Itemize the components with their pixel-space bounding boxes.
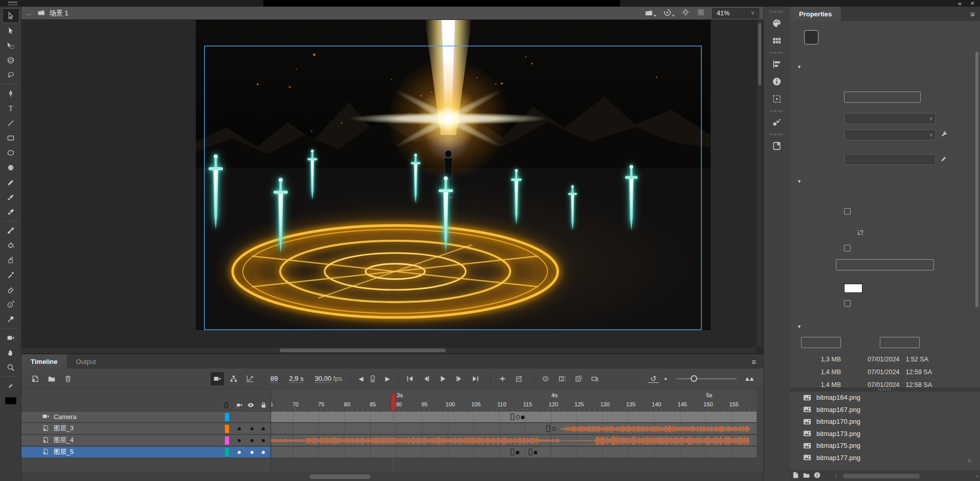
script-settings-button[interactable]	[940, 130, 948, 140]
section-publish[interactable]: ▼	[790, 62, 980, 72]
layer-row[interactable]: 图层_3	[21, 423, 270, 434]
clapper-menu-button[interactable]: ▾	[645, 8, 656, 18]
log-button[interactable]	[801, 337, 841, 348]
loop-button[interactable]	[512, 372, 526, 385]
3d-rotation-tool[interactable]	[2, 53, 19, 67]
layer-track[interactable]	[271, 435, 757, 446]
tab-timeline[interactable]: Timeline	[21, 354, 67, 369]
onion-outlines-button[interactable]	[556, 372, 569, 385]
stage-hscrollbar-thumb[interactable]	[280, 349, 446, 352]
rotation-center-button[interactable]: ▾	[663, 8, 674, 18]
dock-panel-brush-library[interactable]	[768, 114, 786, 130]
dock-panel-transform[interactable]	[768, 90, 786, 107]
scale-frame-spans-checkbox[interactable]	[844, 208, 851, 215]
oval-tool[interactable]	[2, 145, 19, 160]
dock-grip[interactable]	[770, 110, 784, 112]
go-last-button[interactable]	[469, 372, 482, 385]
dock-panel-library[interactable]	[768, 138, 786, 154]
lock-column-header[interactable]	[260, 401, 267, 410]
new-folder-button[interactable]	[45, 372, 58, 385]
stroke-color-button[interactable]	[2, 378, 19, 393]
panel-menu-icon[interactable]: ≡	[970, 7, 975, 21]
camera-tool[interactable]	[2, 330, 19, 345]
publish-settings-button[interactable]	[844, 91, 921, 103]
dock-grip[interactable]	[770, 11, 784, 13]
library-item[interactable]: bitmap170.png	[790, 416, 980, 428]
library-scroll-down-icon[interactable]: ˅	[968, 458, 971, 464]
window-close-icon[interactable]: ✕	[970, 0, 974, 7]
timeline-hscrollbar[interactable]	[21, 472, 763, 481]
layer-toggle-dot[interactable]	[262, 451, 265, 454]
next-frame-icon[interactable]: ▶	[382, 376, 393, 382]
app-menu-icon[interactable]	[8, 2, 17, 5]
go-first-button[interactable]	[403, 372, 417, 385]
modify-markers-button[interactable]	[588, 372, 602, 385]
timeline-zoom-slider[interactable]	[676, 378, 737, 379]
zoom-tool[interactable]	[2, 360, 19, 375]
timeline-zoom-knob[interactable]	[691, 375, 697, 382]
script-dropdown[interactable]: ˅	[844, 129, 936, 141]
layer-name[interactable]: 图层_3	[54, 424, 74, 433]
link-dimensions-button[interactable]	[856, 228, 864, 238]
library-item[interactable]: bitmap164.png	[790, 392, 980, 404]
keyframe-span-end[interactable]	[511, 414, 514, 420]
clip-content-button[interactable]	[697, 8, 705, 18]
rectangle-tool[interactable]	[2, 130, 19, 145]
stage-vscrollbar[interactable]	[757, 20, 762, 347]
section-swf-history[interactable]: ▼	[790, 322, 980, 332]
outline-color-column-header[interactable]	[222, 401, 230, 410]
line-tool[interactable]	[2, 116, 19, 130]
step-back-button[interactable]	[420, 372, 433, 385]
layer-track[interactable]	[271, 447, 757, 458]
layer-toggle-dot[interactable]	[238, 439, 241, 442]
keyframe[interactable]	[516, 451, 519, 454]
visibility-column-header[interactable]	[247, 401, 255, 410]
new-symbol-button[interactable]	[792, 471, 800, 480]
bone-tool[interactable]	[2, 223, 19, 238]
layer-toggle-dot[interactable]	[238, 427, 241, 430]
paint-bucket-tool[interactable]	[2, 238, 19, 253]
stage-vscrollbar-thumb[interactable]	[758, 23, 761, 85]
chevron-down-icon[interactable]: ˅	[746, 8, 759, 18]
eraser-tool[interactable]	[2, 282, 19, 297]
back-icon[interactable]: ←	[26, 9, 33, 17]
timeline-ruler[interactable]: 6570758085909510010511011512012513013514…	[271, 389, 757, 411]
layer-name[interactable]: Camera	[54, 414, 76, 421]
timeline-zoom-out-icon[interactable]: ▲	[659, 376, 672, 381]
advanced-settings-button[interactable]	[836, 259, 934, 270]
panel-splitter[interactable]	[790, 387, 980, 392]
pencil-tool[interactable]	[2, 175, 19, 190]
section-properties[interactable]: ▼	[790, 176, 980, 187]
layer-color-swatch[interactable]	[225, 425, 229, 433]
onion-skin-button[interactable]	[539, 372, 553, 385]
stage-pasteboard[interactable]	[21, 20, 763, 354]
dock-panel-info[interactable]	[768, 73, 786, 89]
layer-track[interactable]	[271, 411, 757, 423]
library-hscrollbar-thumb[interactable]	[843, 474, 920, 478]
keyframe-span-end[interactable]	[511, 449, 514, 455]
parent-view-button[interactable]	[227, 372, 240, 385]
scale-content-checkbox[interactable]	[844, 245, 851, 251]
library-item[interactable]: bitmap177.png	[790, 452, 980, 464]
text-tool[interactable]: T	[2, 101, 19, 116]
center-stage-button[interactable]	[681, 8, 690, 18]
pen-tool[interactable]	[2, 86, 19, 101]
layer-name[interactable]: 图层_4	[54, 436, 74, 445]
delete-item-button[interactable]	[824, 471, 832, 480]
library-scroll-left-icon[interactable]: ‹	[835, 473, 837, 479]
selection-tool[interactable]	[2, 8, 19, 23]
current-frame-button[interactable]	[366, 372, 379, 385]
new-folder-button[interactable]	[803, 471, 810, 480]
layer-name[interactable]: 图层_5	[54, 448, 74, 456]
paint-brush-tool[interactable]	[2, 190, 19, 204]
stage-canvas[interactable]	[196, 20, 711, 330]
free-transform-tool[interactable]	[2, 38, 19, 53]
current-frame-value[interactable]: 89	[270, 375, 278, 383]
layer-toggle-dot[interactable]	[262, 439, 265, 442]
layer-toggle-dot[interactable]	[250, 439, 254, 442]
new-layer-button[interactable]	[29, 372, 42, 385]
asset-warp-tool[interactable]	[2, 297, 19, 312]
properties-scrollbar-thumb[interactable]	[975, 52, 978, 307]
zoom-level-dropdown[interactable]: 41% ˅	[712, 8, 759, 18]
polystar-tool[interactable]	[2, 160, 19, 175]
